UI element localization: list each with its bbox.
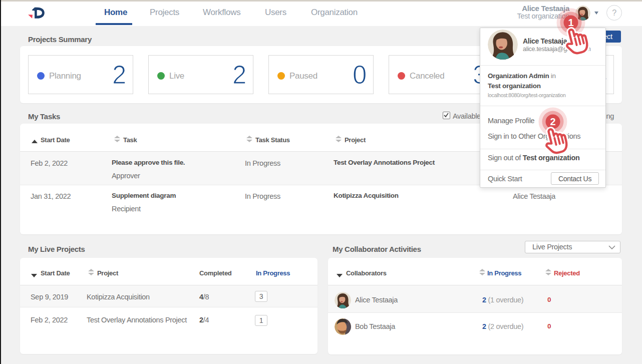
svg-text:1: 1	[568, 17, 574, 28]
svg-text:2: 2	[550, 116, 556, 127]
